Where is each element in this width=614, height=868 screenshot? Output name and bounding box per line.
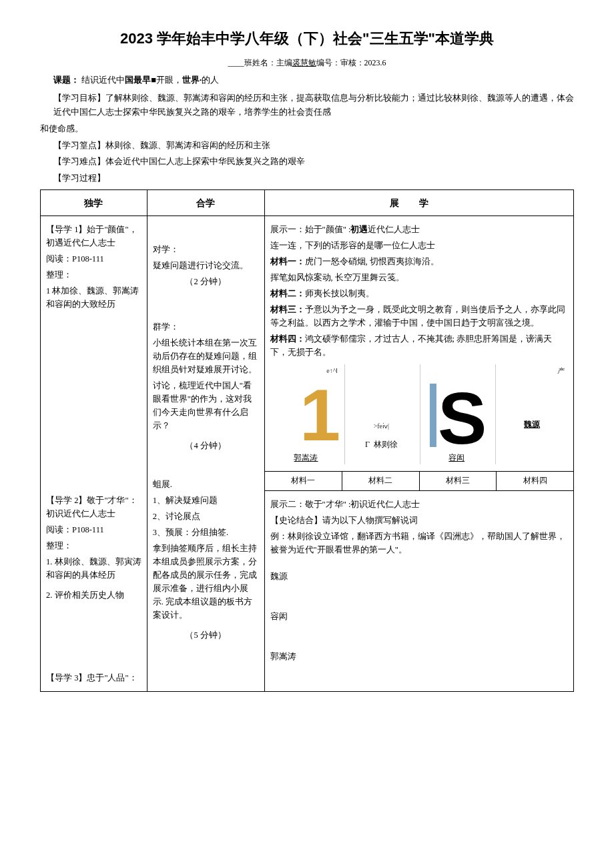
header-zhanxue: 展学 (264, 189, 573, 215)
header-duxue: 独学 (41, 189, 147, 215)
svg-text:1: 1 (299, 377, 340, 450)
subtitle-suffix: 编号：审核：2023.6 (316, 58, 386, 67)
mat-3: 材料三 (419, 472, 497, 490)
d3-title: 【导学 3】忠于"人品"： (46, 671, 141, 685)
svg-text:S: S (438, 377, 487, 450)
zu-text: 拿到抽签顺序后，组长主持本组成员参照展示方案，分配各成员的展示任务，完成展示准备… (153, 542, 259, 622)
d2-title: 【导学 2】敬于"才华"：初识近代仁人志士 (46, 494, 141, 520)
img2-pre: Γ (365, 440, 370, 449)
keypoint-label: 【学习篁点】 (53, 140, 105, 150)
topic-text-b: 国最早 (125, 75, 151, 85)
zu-1: 1、解决疑难问题 (153, 494, 259, 507)
page-title: 2023 学年始丰中学八年级（下）社会"三生五学"本道学典 (40, 27, 574, 50)
portrait-cell-4: 产 魏源 (495, 364, 568, 464)
mat-2: 材料二 (342, 472, 419, 490)
portrait-row: e↑^Ⅰ 1 郭嵩涛 >feⅳ| Γ 林则徐 S 容闳 (270, 364, 568, 464)
subtitle-prefix: ____班姓名：主编 (228, 58, 292, 67)
qun-label: 群学： (153, 320, 259, 334)
main-table: 独学 合学 展学 【导学 1】始于"颜值"，初遇近代仁人志士 阅读：P108-1… (40, 189, 574, 692)
img2-tag: >feⅳ| (374, 421, 389, 432)
zu-3: 3、预展：分组抽签. (153, 526, 259, 539)
learning-difficulty: 【学习难点】体会近代中国仁人志上探索中华民族复兴之路的艰辛 (53, 155, 574, 169)
goals-label: 【学习目标】 (53, 93, 105, 103)
dui-text: 疑难问题进行讨论交流。 (153, 259, 259, 272)
m1-text: 虎门一怒令硝烟, 切恨西夷掠海沿。 (305, 257, 439, 266)
portrait-cell-3: S 容闳 (420, 364, 493, 464)
z1-title: 展示一：始于"颜值" :初遇近代仁人志士 (270, 223, 568, 236)
col-hexue: 对学： 疑难问题进行讨论交流。 （2 分钟） 群学： 小组长统计本组在第一次互动… (147, 216, 264, 692)
d1-read: 阅读：P108-111 (46, 252, 141, 266)
col-zhanxue: 展示一：始于"颜值" :初遇近代仁人志士 连一连，下列的话形容的是哪一位仁人志士… (264, 216, 573, 692)
d1-title: 【导学 1】始于"颜值"，初遇近代仁人志士 (46, 223, 141, 250)
m4-text: 鸿文硕学郁儒宗，才过古人，不掩其德; 赤胆忠肝筹国是，谤满天下，无损于名。 (270, 334, 553, 357)
d2-item2: 2. 评价相关历史人物 (46, 588, 141, 602)
process-label: 【学习过程】 (53, 171, 574, 185)
d2-sort: 整理： (46, 539, 141, 552)
m2-text: 师夷长技以制夷。 (305, 289, 374, 298)
dui-time: （2 分钟） (153, 275, 259, 288)
mat-1: 材料一 (265, 472, 342, 490)
col-duxue: 【导学 1】始于"颜值"，初遇近代仁人志士 阅读：P108-111 整理： 1 … (41, 216, 147, 692)
subtitle-line: ____班姓名：主编裘慧敏编号：审核：2023.6 (40, 57, 574, 69)
name-weiyuan: 魏源 (270, 570, 568, 583)
name-ronghong: 容闳 (270, 610, 568, 623)
topic-text-a: 结识近代中 (81, 75, 125, 85)
m1-label: 材料一： (270, 257, 305, 266)
zu-time: （5 分钟） (153, 628, 259, 642)
m3-text: 予意以为予之一身，既受此文明之教育，则当使后予之人，亦享此同等之利益。以西方之学… (270, 305, 565, 328)
portrait-cell-2: >feⅳ| Γ 林则徐 (344, 364, 417, 464)
learning-keypoint: 【学习篁点】林则徐、魏源、郭嵩涛和容闳的经历和主张 (53, 139, 574, 153)
learning-goals: 【学习目标】了解林则徐、魏源、郭嵩涛和容闳的经历和主张，提高获取信息与分析比较能… (53, 91, 574, 119)
img2-caption: 林则徐 (374, 440, 398, 449)
m2-label: 材料二： (270, 289, 305, 298)
mat-4: 材料四 (496, 472, 573, 490)
img3-caption: 容闳 (448, 452, 465, 464)
d1-item: 1 林加徐、魏源、郭嵩涛和容闳的大致经历 (46, 284, 141, 311)
topic-line: 课题： 结识近代中国最早■开眼，世界·的人 (53, 73, 574, 87)
z1-title-c: 近代仁人志士 (368, 225, 420, 234)
z2-example: 例：林则徐设立译馆，翻译西方书籍，编译《四洲志》，帮助国人了解世界，被誉为近代"… (270, 530, 568, 556)
img4-tag: 产 (557, 366, 564, 376)
qun-text1: 小组长统计本组在第一次互动后仍存在的疑难问题，组织组员针对疑难展开讨论。 (153, 336, 259, 376)
img1-tag: e↑^Ⅰ (326, 366, 338, 376)
qun-text2: 讨论，梳理近代中国人"看眼看世界"的作为，这对我们今天走向世界有什么启示？ (153, 379, 259, 432)
m1-text2: 挥笔如风惊案动, 长空万里舞云笺。 (270, 271, 568, 284)
topic-label: 课题： (53, 75, 79, 85)
keypoint-text: 林则徐、魏源、郭嵩涛和容闳的经历和主张 (105, 140, 270, 150)
material-row: 材料一 材料二 材料三 材料四 (265, 471, 573, 490)
m3-label: 材料三： (270, 305, 305, 314)
m4-label: 材料四： (270, 334, 305, 344)
goals-text-2: 和使命感。 (40, 122, 574, 136)
zu-label: 蛆展. (153, 478, 259, 491)
topic-text-d: 世界· (182, 75, 202, 85)
img1-caption: 郭嵩涛 (294, 452, 318, 464)
editor-name: 裘慧敏 (292, 58, 316, 67)
z1-title-b: 初遇 (350, 225, 368, 234)
svg-rect-1 (430, 384, 436, 447)
qun-time: （4 分钟） (153, 439, 259, 452)
z1-line: 连一连，下列的话形容的是哪一位仁人志士 (270, 239, 568, 252)
name-guosongtao: 郭嵩涛 (270, 650, 568, 663)
z1-title-a: 展示一：始于"颜值" : (270, 225, 351, 234)
topic-text-e: 的人 (202, 75, 219, 85)
img4-caption: 魏源 (524, 418, 540, 431)
portrait-glyph-s: S (420, 377, 493, 450)
difficulty-text: 体会近代中国仁人志上探索中华民族复兴之路的艰辛 (105, 156, 305, 166)
z2-title: 展示二：敬于"才华" :初识近代仁人志士 (270, 498, 568, 511)
d1-sort: 整理： (46, 268, 141, 282)
dui-label: 对学： (153, 243, 259, 256)
difficulty-label: 【学习难点】 (53, 156, 105, 166)
topic-text-c: ■开眼， (151, 75, 182, 85)
portrait-cell-1: e↑^Ⅰ 1 郭嵩涛 (270, 364, 342, 464)
d2-read: 阅读：P108-111 (46, 523, 141, 536)
header-hexue: 合学 (147, 189, 264, 215)
portrait-glyph-1: 1 (270, 377, 342, 450)
goals-text: 了解林则徐、魏源、郭嵩涛和容闳的经历和主张，提高获取信息与分析比较能力；通过比较… (53, 93, 574, 117)
z2-task: 【史论结合】请为以下人物撰写解说词 (270, 514, 568, 527)
zu-2: 2、讨论展点 (153, 510, 259, 523)
d2-item1: 1. 林则徐、魏源、郭寅涛和容闳的具体经历 (46, 555, 141, 582)
